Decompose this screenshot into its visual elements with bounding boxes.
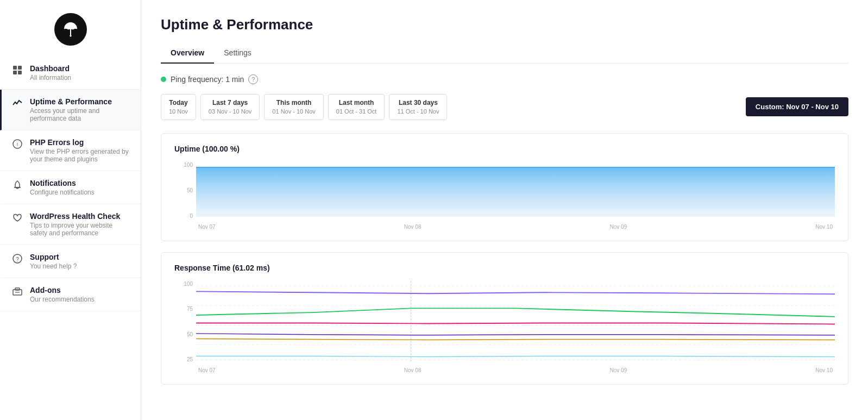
sidebar-item-uptime[interactable]: Uptime & Performance Access your uptime … — [0, 90, 141, 130]
sidebar-item-support[interactable]: ? Support You need help ? — [0, 245, 141, 278]
svg-rect-2 — [18, 66, 22, 70]
response-chart-section: Response Time (61.02 ms) 100 75 50 25 — [161, 252, 848, 385]
sidebar: Dashboard All information Uptime & Perfo… — [0, 0, 141, 420]
resp-y-75: 75 — [174, 306, 193, 312]
wp-health-sub: Tips to improve your website safety and … — [30, 222, 130, 237]
filter-last7[interactable]: Last 7 days 03 Nov - 10 Nov — [200, 94, 260, 120]
tab-overview[interactable]: Overview — [161, 43, 214, 64]
notifications-title: Notifications — [30, 179, 95, 187]
resp-x-nov09: Nov 09 — [610, 367, 627, 373]
uptime-chart-title: Uptime (100.00 %) — [174, 145, 835, 153]
response-svg — [196, 281, 835, 365]
svg-rect-1 — [13, 66, 17, 70]
wp-health-text: WordPress Health Check Tips to improve y… — [30, 212, 130, 237]
resp-x-nov10: Nov 10 — [815, 367, 833, 373]
sidebar-item-notifications[interactable]: Notifications Configure notifications — [0, 171, 141, 204]
sidebar-nav: Dashboard All information Uptime & Perfo… — [0, 57, 141, 420]
filter-last30[interactable]: Last 30 days 11 Oct - 10 Nov — [389, 94, 447, 120]
svg-rect-0 — [70, 29, 71, 35]
ping-status-dot — [161, 77, 166, 82]
sidebar-item-php-errors[interactable]: ! PHP Errors log View the PHP errors gen… — [0, 130, 141, 171]
addons-icon — [12, 287, 22, 299]
uptime-text: Uptime & Performance Access your uptime … — [30, 97, 130, 122]
php-title: PHP Errors log — [30, 138, 130, 147]
date-filter-bar: Today 10 Nov Last 7 days 03 Nov - 10 Nov… — [161, 94, 848, 120]
svg-text:!: ! — [17, 142, 18, 147]
main-content: Uptime & Performance Overview Settings P… — [141, 0, 868, 420]
wp-health-title: WordPress Health Check — [30, 212, 130, 221]
dashboard-text: Dashboard All information — [30, 64, 71, 82]
logo-area — [0, 0, 141, 57]
filter-custom[interactable]: Custom: Nov 07 - Nov 10 — [746, 97, 848, 116]
ping-info: Ping frequency: 1 min ? — [161, 74, 848, 84]
support-text: Support You need help ? — [30, 253, 77, 270]
svg-rect-4 — [18, 71, 22, 74]
uptime-x-nov07: Nov 07 — [198, 224, 216, 230]
uptime-x-nov09: Nov 09 — [610, 224, 627, 230]
sidebar-item-dashboard[interactable]: Dashboard All information — [0, 57, 141, 90]
php-text: PHP Errors log View the PHP errors gener… — [30, 138, 130, 163]
umbrella-icon — [61, 20, 80, 39]
uptime-chart-section: Uptime (100.00 %) 100 50 0 — [161, 133, 848, 241]
filter-lastmonth[interactable]: Last month 01 Oct - 31 Oct — [328, 94, 385, 120]
notifications-text: Notifications Configure notifications — [30, 179, 95, 196]
svg-rect-11 — [15, 288, 20, 290]
php-sub: View the PHP errors generated by your th… — [30, 148, 130, 163]
dashboard-icon — [12, 65, 22, 77]
support-title: Support — [30, 253, 77, 261]
ping-label: Ping frequency: 1 min — [171, 75, 244, 84]
uptime-x-nov08: Nov 08 — [404, 224, 422, 230]
page-title: Uptime & Performance — [161, 16, 848, 33]
sidebar-item-addons[interactable]: Add-ons Our recommendations — [0, 278, 141, 311]
dashboard-sub: All information — [30, 74, 71, 82]
tab-settings[interactable]: Settings — [214, 43, 261, 64]
uptime-y-50: 50 — [174, 187, 193, 193]
filter-thismonth[interactable]: This month 01 Nov - 10 Nov — [264, 94, 323, 120]
addons-title: Add-ons — [30, 286, 95, 294]
php-icon: ! — [12, 139, 22, 151]
uptime-y-100: 100 — [174, 162, 193, 168]
support-icon: ? — [12, 254, 22, 266]
svg-marker-16 — [196, 167, 835, 216]
ping-help-icon[interactable]: ? — [248, 74, 258, 84]
health-icon — [12, 213, 22, 225]
svg-text:?: ? — [16, 256, 19, 262]
resp-y-25: 25 — [174, 356, 193, 362]
resp-x-nov08: Nov 08 — [404, 367, 422, 373]
resp-y-100: 100 — [174, 281, 193, 287]
notifications-sub: Configure notifications — [30, 189, 95, 196]
resp-y-50: 50 — [174, 331, 193, 337]
uptime-chart-wrapper: 100 50 0 — [174, 162, 835, 230]
sidebar-item-wp-health[interactable]: WordPress Health Check Tips to improve y… — [0, 204, 141, 245]
addons-text: Add-ons Our recommendations — [30, 286, 95, 303]
svg-rect-3 — [13, 71, 17, 74]
response-chart-wrapper: 100 75 50 25 — [174, 281, 835, 373]
resp-x-nov07: Nov 07 — [198, 367, 216, 373]
filter-today[interactable]: Today 10 Nov — [161, 94, 196, 120]
uptime-x-nov10: Nov 10 — [815, 224, 833, 230]
tabs-bar: Overview Settings — [161, 43, 848, 64]
support-sub: You need help ? — [30, 262, 77, 270]
dashboard-title: Dashboard — [30, 64, 71, 73]
uptime-sub: Access your uptime and performance data — [30, 107, 130, 122]
notifications-icon — [12, 180, 22, 192]
app-logo — [54, 13, 87, 46]
response-chart-title: Response Time (61.02 ms) — [174, 264, 835, 272]
uptime-y-0: 0 — [174, 213, 193, 219]
addons-sub: Our recommendations — [30, 296, 95, 303]
uptime-icon — [12, 98, 22, 110]
uptime-svg — [196, 162, 835, 222]
uptime-title: Uptime & Performance — [30, 97, 130, 106]
